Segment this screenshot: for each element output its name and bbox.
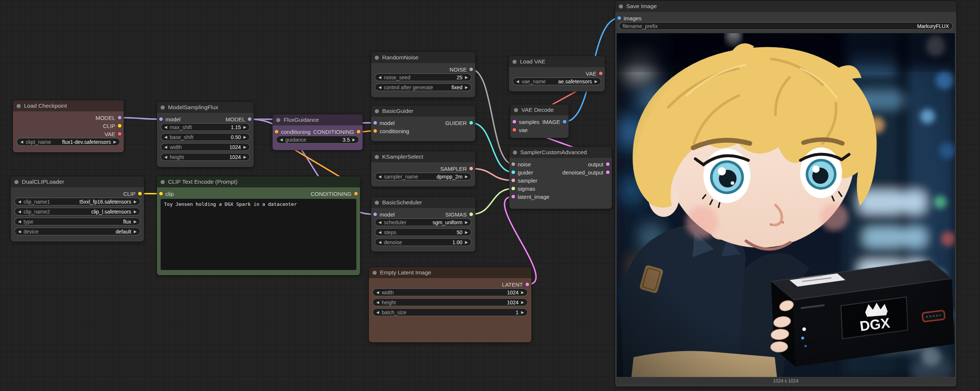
MODEL-output-slot[interactable] bbox=[118, 116, 121, 120]
increment-arrow-icon[interactable]: ▶ bbox=[243, 125, 246, 129]
node-title-bar[interactable]: BasicScheduler bbox=[371, 197, 475, 208]
model-input-slot[interactable] bbox=[373, 212, 377, 216]
node-title-bar[interactable]: Empty Latent Image bbox=[369, 267, 531, 278]
NOISE-output-slot[interactable] bbox=[469, 68, 473, 71]
prompt-textarea[interactable]: Toy Jensen holding a DGX Spark in a data… bbox=[161, 199, 356, 270]
increment-arrow-icon[interactable]: ▶ bbox=[243, 155, 246, 159]
node-title-bar[interactable]: Load VAE bbox=[509, 56, 605, 67]
increment-arrow-icon[interactable]: ▶ bbox=[465, 221, 468, 224]
node-title-bar[interactable]: SamplerCustomAdvanced bbox=[509, 147, 612, 158]
increment-arrow-icon[interactable]: ▶ bbox=[134, 230, 137, 233]
decrement-arrow-icon[interactable]: ◀ bbox=[379, 241, 382, 244]
widget-vae-name[interactable]: ◀vae_nameae.safetensors▶ bbox=[512, 78, 601, 85]
widget-filename-prefix[interactable]: filename_prefixMarkuryFLUX bbox=[619, 22, 953, 30]
widget-ckpt-name[interactable]: ◀ckpt_nameflux1-dev.safetensors▶ bbox=[17, 138, 120, 146]
node-vae-decode[interactable]: VAE DecodesamplesIMAGEvae bbox=[510, 104, 569, 138]
increment-arrow-icon[interactable]: ▶ bbox=[243, 135, 246, 139]
increment-arrow-icon[interactable]: ▶ bbox=[521, 310, 524, 314]
decrement-arrow-icon[interactable]: ◀ bbox=[376, 310, 379, 314]
increment-arrow-icon[interactable]: ▶ bbox=[521, 291, 524, 294]
node-title-bar[interactable]: BasicGuider bbox=[371, 106, 475, 117]
latent_image-input-slot[interactable] bbox=[511, 195, 515, 198]
widget-clip-name1[interactable]: ◀clip_name1t5xxl_fp16.safetensors▶ bbox=[14, 198, 140, 206]
output-output-slot[interactable] bbox=[606, 162, 609, 166]
collapse-dot-icon[interactable] bbox=[375, 155, 379, 159]
collapse-dot-icon[interactable] bbox=[372, 271, 377, 275]
node-basic-guider[interactable]: BasicGuidermodelGUIDERconditioning bbox=[371, 106, 475, 141]
model-input-slot[interactable] bbox=[159, 117, 163, 121]
node-random-noise[interactable]: RandomNoiseNOISE◀noise_seed25▶◀control a… bbox=[371, 52, 475, 97]
widget-base-shift[interactable]: ◀base_shift0.50▶ bbox=[161, 133, 250, 141]
SAMPLER-output-slot[interactable] bbox=[469, 167, 473, 170]
collapse-dot-icon[interactable] bbox=[17, 104, 21, 108]
widget-guidance[interactable]: ◀guidance3.5▶ bbox=[276, 136, 359, 144]
widget-scheduler[interactable]: ◀schedulersgm_uniform▶ bbox=[375, 218, 471, 226]
decrement-arrow-icon[interactable]: ◀ bbox=[376, 301, 379, 304]
increment-arrow-icon[interactable]: ▶ bbox=[521, 301, 524, 304]
denoised_output-output-slot[interactable] bbox=[606, 170, 609, 174]
widget-type[interactable]: ◀typeflux▶ bbox=[14, 218, 140, 225]
decrement-arrow-icon[interactable]: ◀ bbox=[379, 221, 382, 224]
MODEL-output-slot[interactable] bbox=[248, 117, 251, 121]
VAE-output-slot[interactable] bbox=[599, 71, 603, 75]
node-title-bar[interactable]: VAE Decode bbox=[510, 104, 569, 116]
sigmas-input-slot[interactable] bbox=[511, 187, 515, 190]
decrement-arrow-icon[interactable]: ◀ bbox=[376, 291, 379, 294]
decrement-arrow-icon[interactable]: ◀ bbox=[18, 220, 21, 223]
widget-width[interactable]: ◀width1024▶ bbox=[161, 143, 250, 151]
widget-batch-size[interactable]: ◀batch_size1▶ bbox=[372, 309, 528, 316]
widget-control-after-generate[interactable]: ◀control after generatefixed▶ bbox=[375, 83, 471, 91]
widget-steps[interactable]: ◀steps50▶ bbox=[375, 228, 471, 236]
image-preview-container[interactable]: DGX bbox=[617, 33, 955, 377]
decrement-arrow-icon[interactable]: ◀ bbox=[379, 76, 382, 79]
decrement-arrow-icon[interactable]: ◀ bbox=[164, 145, 167, 149]
node-title-bar[interactable]: FluxGuidance bbox=[272, 114, 363, 125]
increment-arrow-icon[interactable]: ▶ bbox=[595, 80, 597, 83]
node-sampler-custom-advanced[interactable]: SamplerCustomAdvancednoiseoutputguiderde… bbox=[509, 147, 612, 209]
collapse-dot-icon[interactable] bbox=[513, 150, 517, 155]
node-title-bar[interactable]: KSamplerSelect bbox=[371, 151, 475, 162]
LATENT-output-slot[interactable] bbox=[525, 283, 529, 286]
decrement-arrow-icon[interactable]: ◀ bbox=[280, 138, 283, 142]
CLIP-output-slot[interactable] bbox=[118, 124, 121, 128]
collapse-dot-icon[interactable] bbox=[619, 5, 623, 8]
decrement-arrow-icon[interactable]: ◀ bbox=[164, 125, 167, 129]
increment-arrow-icon[interactable]: ▶ bbox=[465, 241, 468, 244]
node-flux-guidance[interactable]: FluxGuidanceconditioningCONDITIONING◀gui… bbox=[272, 114, 363, 150]
vae-input-slot[interactable] bbox=[512, 128, 516, 132]
CONDITIONING-output-slot[interactable] bbox=[354, 192, 358, 195]
widget-noise-seed[interactable]: ◀noise_seed25▶ bbox=[375, 73, 471, 81]
noise-input-slot[interactable] bbox=[511, 162, 515, 166]
increment-arrow-icon[interactable]: ▶ bbox=[465, 76, 468, 79]
guider-input-slot[interactable] bbox=[511, 170, 515, 174]
increment-arrow-icon[interactable]: ▶ bbox=[352, 138, 355, 142]
decrement-arrow-icon[interactable]: ◀ bbox=[18, 210, 21, 214]
decrement-arrow-icon[interactable]: ◀ bbox=[516, 80, 519, 83]
widget-device[interactable]: ◀devicedefault▶ bbox=[14, 228, 140, 235]
images-input-slot[interactable] bbox=[617, 16, 621, 20]
node-title-bar[interactable]: Save Image bbox=[615, 1, 956, 12]
generated-image-preview[interactable]: DGX bbox=[617, 33, 955, 377]
decrement-arrow-icon[interactable]: ◀ bbox=[379, 175, 382, 179]
increment-arrow-icon[interactable]: ▶ bbox=[134, 220, 137, 223]
CONDITIONING-output-slot[interactable] bbox=[357, 130, 360, 133]
increment-arrow-icon[interactable]: ▶ bbox=[134, 200, 137, 204]
collapse-dot-icon[interactable] bbox=[14, 180, 19, 184]
node-basic-scheduler[interactable]: BasicSchedulermodelSIGMAS◀schedulersgm_u… bbox=[371, 197, 475, 252]
sampler-input-slot[interactable] bbox=[511, 179, 515, 182]
node-title-bar[interactable]: DualCLIPLoader bbox=[11, 176, 144, 187]
widget-width[interactable]: ◀width1024▶ bbox=[372, 288, 528, 296]
GUIDER-output-slot[interactable] bbox=[469, 121, 473, 125]
node-load-vae[interactable]: Load VAEVAE◀vae_nameae.safetensors▶ bbox=[509, 56, 605, 92]
node-title-bar[interactable]: RandomNoise bbox=[371, 52, 475, 63]
collapse-dot-icon[interactable] bbox=[512, 60, 517, 64]
increment-arrow-icon[interactable]: ▶ bbox=[465, 85, 468, 89]
conditioning-input-slot[interactable] bbox=[373, 129, 377, 133]
decrement-arrow-icon[interactable]: ◀ bbox=[18, 230, 21, 233]
widget-max-shift[interactable]: ◀max_shift1.15▶ bbox=[161, 123, 250, 131]
increment-arrow-icon[interactable]: ▶ bbox=[113, 140, 116, 144]
node-save-image[interactable]: Save Imageimagesfilename_prefixMarkuryFL… bbox=[615, 1, 956, 386]
decrement-arrow-icon[interactable]: ◀ bbox=[379, 85, 382, 89]
node-title-bar[interactable]: CLIP Text Encode (Prompt) bbox=[157, 176, 360, 187]
increment-arrow-icon[interactable]: ▶ bbox=[465, 231, 468, 234]
